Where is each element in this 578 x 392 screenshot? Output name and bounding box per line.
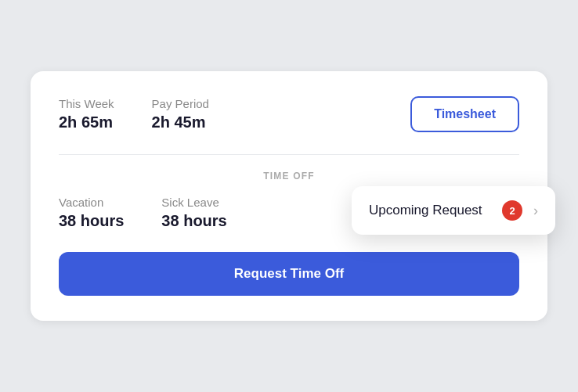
this-week-label: This Week <box>59 97 114 110</box>
upcoming-request-card[interactable]: Upcoming Request 2 › <box>352 186 555 235</box>
top-section: This Week 2h 65m Pay Period 2h 45m Times… <box>31 71 547 154</box>
chevron-right-icon: › <box>533 203 538 219</box>
pay-period-label: Pay Period <box>152 97 209 110</box>
pay-period-stat: Pay Period 2h 45m <box>152 97 209 131</box>
this-week-stat: This Week 2h 65m <box>59 97 114 131</box>
main-card: This Week 2h 65m Pay Period 2h 45m Times… <box>31 71 547 321</box>
request-time-off-button[interactable]: Request Time Off <box>59 252 519 296</box>
sick-leave-label: Sick Leave <box>161 196 226 209</box>
time-off-section: TIME OFF Vacation 38 hours Sick Leave 38… <box>31 155 547 252</box>
vacation-label: Vacation <box>59 196 124 209</box>
time-off-section-label: TIME OFF <box>59 171 519 182</box>
pay-period-value: 2h 45m <box>152 113 209 131</box>
vacation-value: 38 hours <box>59 212 124 230</box>
request-time-off-section: Request Time Off <box>31 252 547 321</box>
sick-leave-value: 38 hours <box>161 212 226 230</box>
timesheet-button[interactable]: Timesheet <box>410 96 519 132</box>
upcoming-request-label: Upcoming Request <box>369 203 491 218</box>
stats-group: This Week 2h 65m Pay Period 2h 45m <box>59 97 209 131</box>
sick-leave-stat: Sick Leave 38 hours <box>161 196 226 230</box>
upcoming-request-badge: 2 <box>502 200 522 221</box>
vacation-stat: Vacation 38 hours <box>59 196 124 230</box>
this-week-value: 2h 65m <box>59 113 114 131</box>
